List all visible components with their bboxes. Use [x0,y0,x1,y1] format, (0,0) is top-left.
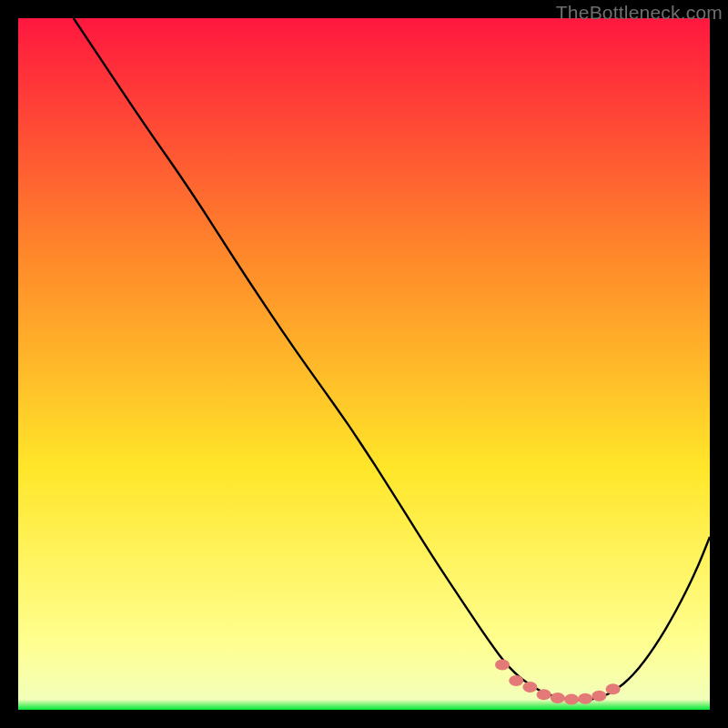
chart-frame [18,18,710,710]
best-range-marker [537,689,551,700]
best-range-marker [592,691,606,702]
best-range-marker [578,693,592,704]
gradient-background [18,18,710,710]
best-range-marker [551,693,565,703]
best-range-marker [509,675,523,686]
watermark-text: TheBottleneck.com [556,2,723,24]
best-range-marker [606,683,621,694]
chart-svg [18,18,710,710]
best-range-marker [564,694,579,705]
best-range-marker [495,660,510,671]
best-range-marker [522,682,537,693]
